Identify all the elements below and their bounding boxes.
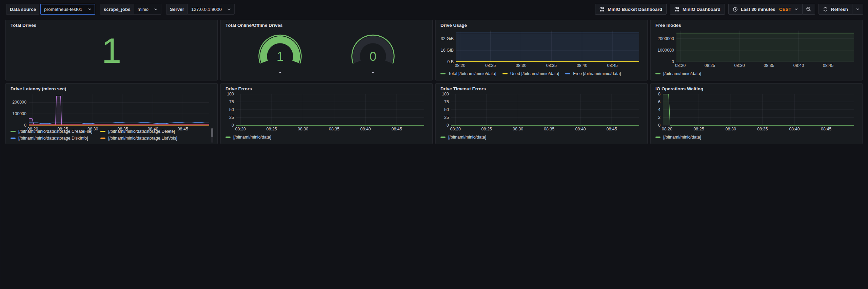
legend-item[interactable]: [/bitnami/minio/data] [440,134,486,141]
panel-drive-latency: Drive Latency (micro sec) 08:2008:2508:3… [5,83,218,144]
offline-drives-gauge: 0 [336,28,410,77]
dashboard-grid: Total Drives 1 Total Online/Offline Driv… [5,20,863,144]
panel-title[interactable]: Total Online/Offline Drives [225,22,428,28]
panel-title[interactable]: Free Inodes [655,22,858,29]
legend-series-label: [/bitnami/minio/data:storage.DiskInfo] [18,136,88,141]
drive-errors-chart[interactable]: 08:2008:2508:3008:3508:4008:451007550250 [225,92,428,132]
data-source-select[interactable]: prometheus-test01 [40,4,95,15]
legend-item[interactable]: [/bitnami/minio/data:storage.DiskInfo] [11,136,92,141]
server-value: 127.0.0.1:9000 [191,7,222,12]
legend-series-label: Used [/bitnami/minio/data] [510,71,559,76]
zoom-out-time-button[interactable] [803,4,815,15]
legend-item[interactable]: [/bitnami/minio/data:storage.Delete] [100,129,177,134]
panel-title[interactable]: Drive Latency (micro sec) [10,86,213,92]
refresh-icon [823,7,828,12]
legend-scrollbar-thumb[interactable] [211,128,213,137]
time-range-label: Last 30 minutes [741,7,775,12]
svg-text:8: 8 [658,92,660,96]
panel-free-inodes: Free Inodes 08:2008:2508:3008:3508:4008:… [650,20,863,80]
svg-text:25: 25 [229,115,234,120]
free-inodes-chart[interactable]: 08:2008:2508:3008:3508:4008:452000000100… [655,29,858,69]
svg-text:25: 25 [444,115,449,120]
panel-drive-usage: Drive Usage 08:2008:2508:3008:3508:4008:… [435,20,648,80]
legend-item[interactable]: [/bitnami/minio/data] [655,134,701,141]
panel-drive-timeout-errors: Drive Timeout Errors 08:2008:2508:3008:3… [435,83,648,144]
panel-title[interactable]: Total Drives [10,22,213,29]
svg-text:08:35: 08:35 [546,63,557,68]
svg-text:08:45: 08:45 [821,127,831,131]
panel-title[interactable]: IO Operations Waiting [655,86,858,92]
svg-text:2000000: 2000000 [657,36,674,41]
search-minus-icon [806,6,811,12]
offline-gauge-value: 0 [369,50,376,64]
svg-text:4: 4 [658,107,660,112]
legend-series-color [440,73,446,74]
svg-text:08:30: 08:30 [516,63,526,68]
svg-text:08:40: 08:40 [577,63,587,68]
drive-usage-chart[interactable]: 08:2008:2508:3008:3508:4008:4532 GiB16 G… [440,29,643,69]
legend-item[interactable]: [/bitnami/minio/data] [655,70,701,77]
drive-timeout-errors-chart[interactable]: 08:2008:2508:3008:3508:4008:451007550250 [440,92,643,132]
svg-text:0: 0 [658,123,660,128]
legend-series-color [565,73,570,74]
svg-text:6: 6 [658,100,660,104]
drive-latency-chart[interactable]: 08:2008:2508:3008:3508:4008:452000001000… [10,92,213,127]
server-select[interactable]: 127.0.0.1:9000 [188,4,235,15]
minio-bucket-dashboard-link[interactable]: MinIO Bucket Dashboard [595,4,667,15]
svg-text:0: 0 [232,123,234,128]
svg-text:75: 75 [444,100,449,104]
drive-errors-legend: [/bitnami/minio/data] [225,132,428,141]
drive-usage-legend: Total [/bitnami/minio/data]Used [/bitnam… [440,69,643,77]
legend-item[interactable]: [/bitnami/minio/data:storage.CreateFile] [11,129,92,134]
legend-item[interactable]: [/bitnami/minio/data:storage.ListVols] [100,136,177,141]
svg-text:08:40: 08:40 [360,127,371,131]
svg-text:100: 100 [227,92,234,96]
legend-series-label: [/bitnami/minio/data] [663,71,701,76]
panel-title[interactable]: Drive Timeout Errors [440,86,643,92]
svg-text:50: 50 [444,107,449,112]
svg-text:08:20: 08:20 [662,127,672,131]
svg-text:0: 0 [672,59,674,64]
legend-item[interactable]: Used [/bitnami/minio/data] [502,70,559,77]
svg-text:100000: 100000 [12,111,26,116]
minio-dashboard-link[interactable]: MinIO Dashboard [670,4,725,15]
apps-icon [599,7,605,12]
legend-item[interactable]: [/bitnami/minio/data] [225,134,271,141]
legend-series-label: [/bitnami/minio/data] [448,135,486,140]
svg-text:200000: 200000 [12,100,26,105]
chevron-down-icon [794,7,798,11]
refresh-interval-dropdown[interactable] [852,4,863,15]
scrape-jobs-select[interactable]: minio [134,4,161,15]
legend-scrollbar[interactable] [211,128,213,143]
io-operations-waiting-chart[interactable]: 08:2008:2508:3008:3508:4008:4586420 [655,92,858,132]
link-label: MinIO Bucket Dashboard [608,7,662,12]
screen-left-edge [0,0,0,289]
clock-icon [733,7,738,12]
svg-text:1000000: 1000000 [657,48,674,53]
panel-online-offline-drives: Total Online/Offline Drives 1 0 [220,20,433,80]
free-inodes-legend: [/bitnami/minio/data] [655,69,858,77]
variable-label: Server [166,4,188,15]
svg-text:08:20: 08:20 [235,127,246,131]
panel-title[interactable]: Drive Usage [440,22,643,29]
time-range-picker[interactable]: Last 30 minutes CEST [728,4,803,15]
legend-series-label: [/bitnami/minio/data] [233,135,271,140]
svg-text:08:20: 08:20 [455,63,465,68]
drive-timeout-errors-legend: [/bitnami/minio/data] [440,132,643,141]
svg-text:08:30: 08:30 [726,127,736,131]
refresh-label: Refresh [831,7,848,12]
legend-item[interactable]: Total [/bitnami/minio/data] [440,70,496,77]
refresh-button[interactable]: Refresh [818,4,852,15]
scrape-jobs-value: minio [138,7,149,12]
variable-label: Data source [6,4,39,15]
svg-text:08:30: 08:30 [298,127,308,131]
online-gauge-value: 1 [277,50,284,64]
legend-item[interactable]: Free [/bitnami/minio/data] [565,70,621,77]
legend-series-color [440,137,446,138]
panel-title[interactable]: Drive Errors [225,86,428,92]
svg-text:0 B: 0 B [447,59,454,64]
variable-scrape-jobs: scrape_jobs minio [100,4,161,15]
legend-series-color [225,137,231,138]
link-label: MinIO Dashboard [683,7,721,12]
legend-series-label: [/bitnami/minio/data:storage.Delete] [108,129,175,134]
